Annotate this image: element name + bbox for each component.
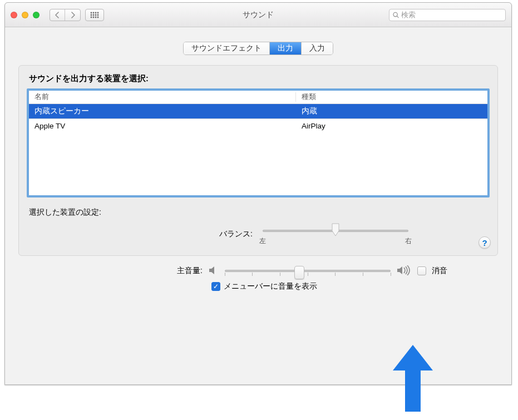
svg-point-4 — [91, 14, 92, 16]
balance-label: バランス: — [108, 229, 253, 239]
device-list-header: 名前 種類 — [29, 91, 487, 104]
balance-left-label: 左 — [259, 236, 266, 246]
svg-line-13 — [397, 16, 399, 18]
master-volume-slider[interactable] — [225, 265, 391, 277]
device-name: Apple TV — [29, 122, 296, 130]
speaker-low-icon — [208, 265, 219, 277]
svg-point-7 — [97, 14, 99, 16]
callout-arrow-icon — [393, 345, 433, 412]
search-input[interactable] — [401, 11, 502, 19]
device-type: 内蔵 — [296, 106, 487, 116]
svg-point-10 — [95, 16, 97, 18]
footer: 主音量: — [5, 256, 511, 303]
selected-device-settings-label: 選択した装置の設定: — [29, 207, 490, 218]
svg-point-1 — [93, 12, 95, 13]
window-body: サウンドエフェクト 出力 入力 サウンドを出力する装置を選択: 名前 種類 内蔵… — [5, 27, 511, 384]
svg-point-3 — [97, 12, 99, 13]
svg-point-11 — [97, 16, 99, 18]
balance-slider[interactable]: 左 右 — [263, 225, 408, 243]
close-window[interactable] — [11, 12, 17, 18]
show-in-menubar-label: メニューバーに音量を表示 — [224, 281, 317, 291]
tab-sound-effects[interactable]: サウンドエフェクト — [184, 42, 270, 55]
show-in-menubar-checkbox[interactable]: ✓ — [211, 282, 220, 291]
device-name: 内蔵スピーカー — [29, 106, 296, 116]
grid-icon — [90, 12, 99, 18]
device-type: AirPlay — [296, 122, 487, 130]
svg-point-5 — [93, 14, 95, 16]
tab-output[interactable]: 出力 — [270, 42, 302, 55]
show-all-button[interactable] — [85, 9, 104, 21]
tab-input[interactable]: 入力 — [302, 42, 333, 55]
speaker-high-icon — [396, 265, 412, 277]
svg-point-6 — [95, 14, 97, 16]
device-row[interactable]: 内蔵スピーカー 内蔵 — [29, 104, 487, 118]
master-volume-label: 主音量: — [69, 266, 203, 276]
section-title: サウンドを出力する装置を選択: — [29, 73, 490, 84]
column-name[interactable]: 名前 — [29, 92, 296, 102]
svg-point-9 — [93, 16, 95, 18]
titlebar: サウンド — [5, 3, 511, 27]
mute-checkbox[interactable] — [417, 266, 426, 275]
mute-label: 消音 — [432, 266, 447, 276]
output-panel: サウンドを出力する装置を選択: 名前 種類 内蔵スピーカー 内蔵 Apple T… — [18, 65, 498, 256]
balance-right-label: 右 — [405, 236, 412, 246]
window: サウンド サウンドエフェクト 出力 入力 サウンドを出力する装置を選択: 名前 … — [4, 2, 512, 385]
svg-point-0 — [91, 12, 92, 13]
forward-button[interactable] — [65, 9, 80, 21]
column-type[interactable]: 種類 — [296, 92, 487, 102]
help-button[interactable]: ? — [478, 236, 491, 249]
search-icon — [393, 12, 399, 18]
search-field-wrap — [389, 9, 506, 21]
minimize-window[interactable] — [22, 12, 28, 18]
tab-group: サウンドエフェクト 出力 入力 — [183, 42, 333, 55]
back-button[interactable] — [50, 9, 65, 21]
device-listbox[interactable]: 名前 種類 内蔵スピーカー 内蔵 Apple TV AirPlay — [27, 88, 490, 197]
svg-point-2 — [95, 12, 97, 13]
back-forward-segment — [50, 9, 81, 21]
zoom-window[interactable] — [33, 12, 40, 18]
traffic-lights — [11, 12, 40, 18]
device-row[interactable]: Apple TV AirPlay — [29, 118, 487, 133]
svg-point-8 — [91, 16, 92, 18]
